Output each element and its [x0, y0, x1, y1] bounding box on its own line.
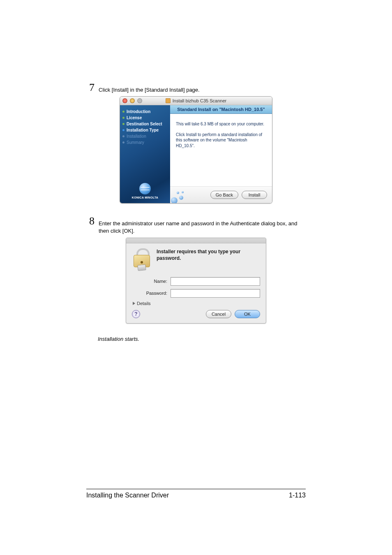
disk-space-text: This will take 6.3 MB of space on your c…	[176, 121, 266, 127]
nav-license: License	[122, 115, 170, 121]
nav-summary: Summary	[122, 139, 170, 146]
auth-dialog: Installer requires that you type your pa…	[126, 238, 266, 324]
name-label: Name:	[132, 279, 171, 284]
step-number: 7	[86, 82, 95, 93]
nav-install-type: Installation Type	[122, 127, 170, 133]
brand-logo: KONICA MINOLTA	[120, 183, 170, 199]
nav-introduction: Introduction	[122, 109, 170, 115]
password-field[interactable]	[171, 289, 260, 298]
password-label: Password:	[132, 291, 171, 296]
installer-header: Standard Install on "Macintosh HD_10.5"	[170, 105, 272, 114]
footer-title: Installing the Scanner Driver	[86, 492, 169, 499]
auth-titlebar	[126, 238, 266, 243]
help-button[interactable]: ?	[132, 310, 140, 318]
step-text: Enter the administrator user name and pa…	[99, 216, 306, 235]
details-disclosure[interactable]: Details	[133, 301, 260, 306]
globe-icon	[139, 183, 151, 194]
go-back-button[interactable]: Go Back	[210, 191, 238, 199]
package-icon	[166, 98, 171, 103]
titlebar: Install bizhub C35 Scanner	[120, 97, 272, 105]
installer-button-row: Go Back Install	[170, 186, 272, 203]
auth-dialog-figure: Installer requires that you type your pa…	[86, 238, 306, 324]
page-footer: Installing the Scanner Driver 1-113	[86, 489, 306, 499]
installer-sidebar: Introduction License Destination Select …	[120, 105, 170, 203]
nav-installation: Installation	[122, 133, 170, 139]
name-field[interactable]	[171, 277, 260, 286]
installation-starts-note: Installation starts.	[98, 336, 306, 342]
footer-page: 1-113	[289, 492, 306, 499]
installer-content: Standard Install on "Macintosh HD_10.5" …	[170, 105, 272, 203]
close-icon[interactable]	[122, 98, 127, 103]
brand-text: KONICA MINOLTA	[120, 196, 170, 199]
nav-destination: Destination Select	[122, 121, 170, 127]
auth-message: Installer requires that you type your pa…	[157, 248, 260, 261]
installer-steps-list: Introduction License Destination Select …	[120, 105, 170, 146]
step-text: Click [Install] in the [Standard Install…	[99, 82, 200, 94]
step-number: 8	[86, 216, 95, 227]
disclosure-triangle-icon	[133, 302, 135, 305]
window-title-text: Install bizhub C35 Scanner	[173, 98, 226, 103]
ok-button[interactable]: OK	[235, 310, 260, 318]
install-button[interactable]: Install	[242, 191, 267, 199]
step-7: 7 Click [Install] in the [Standard Insta…	[86, 82, 306, 94]
installer-window: Install bizhub C35 Scanner Introduction …	[120, 96, 272, 204]
cancel-button[interactable]: Cancel	[206, 310, 231, 318]
window-title: Install bizhub C35 Scanner	[120, 98, 272, 103]
zoom-icon[interactable]	[137, 98, 142, 103]
details-label: Details	[137, 301, 151, 306]
step-8: 8 Enter the administrator user name and …	[86, 216, 306, 235]
installer-window-figure: Install bizhub C35 Scanner Introduction …	[86, 96, 306, 204]
install-description: Click Install to perform a standard inst…	[176, 132, 266, 149]
lock-icon	[132, 248, 151, 270]
minimize-icon[interactable]	[130, 98, 135, 103]
